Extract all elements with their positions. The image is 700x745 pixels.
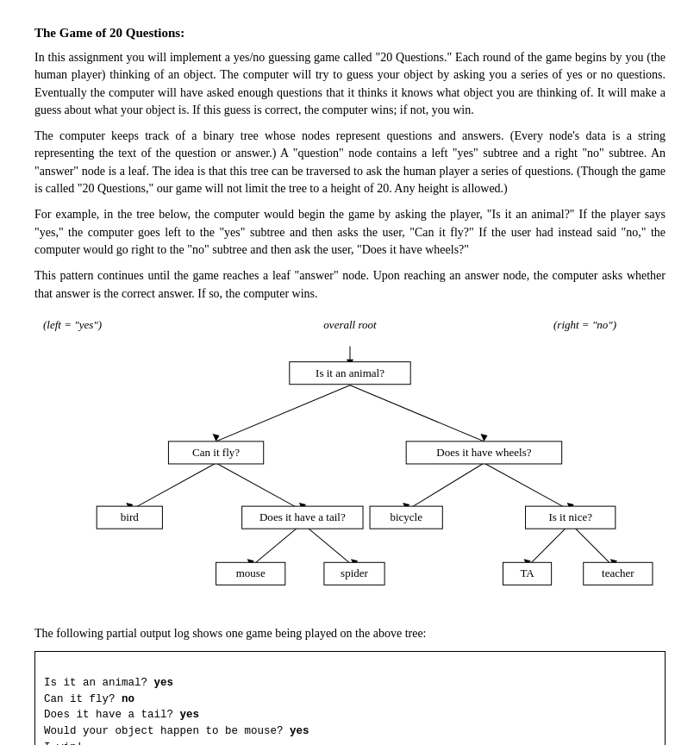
paragraph-1: In this assignment you will implement a …: [34, 49, 666, 119]
svg-line-1: [350, 385, 484, 441]
code-box-1: Is it an animal? yes Can it fly? no Does…: [34, 651, 666, 745]
svg-line-9: [303, 523, 354, 567]
paragraph-2: The computer keeps track of a binary tre…: [34, 128, 666, 197]
svg-text:Is it nice?: Is it nice?: [548, 510, 592, 523]
svg-text:bird: bird: [121, 510, 139, 523]
svg-line-5: [216, 463, 303, 510]
svg-line-10: [528, 523, 571, 567]
paragraph-5: The following partial output log shows o…: [34, 625, 666, 642]
svg-line-8: [251, 523, 303, 567]
tree-center-label: overall root: [147, 318, 553, 332]
svg-text:Does it have a tail?: Does it have a tail?: [259, 510, 346, 523]
svg-text:spider: spider: [341, 567, 368, 579]
svg-text:Does it have wheels?: Does it have wheels?: [436, 446, 531, 459]
code-line-1: Is it an animal? yes Can it fly? no Does…: [44, 677, 309, 745]
tree-diagram: (left = "yes") overall root (right = "no…: [34, 318, 666, 610]
svg-line-0: [216, 385, 350, 441]
page-title: The Game of 20 Questions:: [34, 26, 666, 41]
svg-text:Can it fly?: Can it fly?: [192, 446, 240, 459]
svg-text:TA: TA: [520, 567, 534, 579]
tree-right-label: (right = "no"): [553, 318, 657, 332]
svg-line-11: [571, 523, 614, 567]
paragraph-4: This pattern continues until the game re…: [34, 267, 666, 303]
svg-text:Is it an animal?: Is it an animal?: [316, 366, 384, 379]
svg-line-4: [129, 463, 216, 510]
svg-text:bicycle: bicycle: [390, 510, 422, 523]
svg-text:teacher: teacher: [602, 567, 634, 579]
tree-left-label: (left = "yes"): [43, 318, 147, 332]
svg-line-6: [406, 463, 484, 510]
svg-text:mouse: mouse: [236, 567, 266, 579]
svg-line-7: [484, 463, 570, 510]
paragraph-3: For example, in the tree below, the comp…: [34, 206, 666, 259]
